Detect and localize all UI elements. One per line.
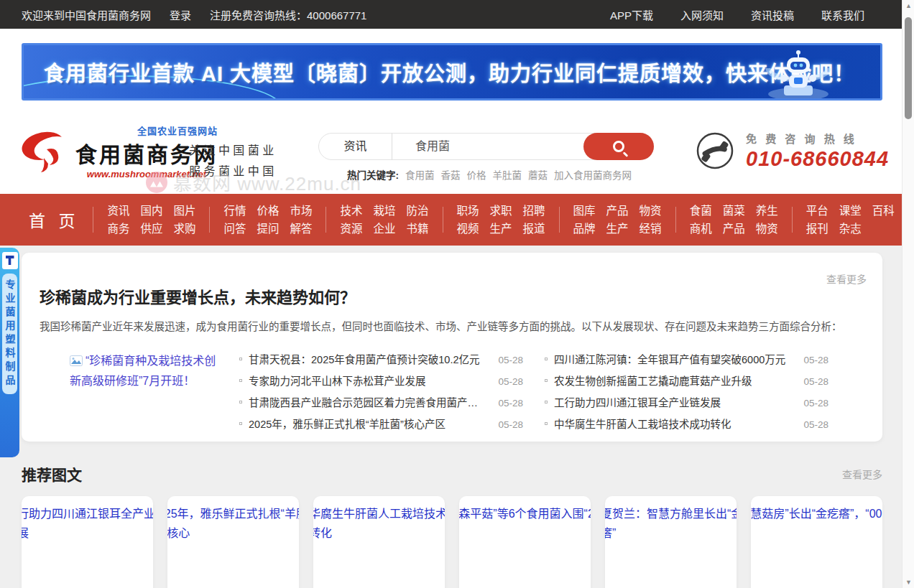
nav-item[interactable]: 解答 <box>290 222 312 236</box>
featured-course-link[interactable]: “珍稀菌育种及栽培技术创新高级研修班”7月开班！ <box>70 351 218 437</box>
nav-item[interactable]: 招聘 <box>523 204 545 218</box>
content-area: 查看更多 珍稀菌成为行业重要增长点，未来趋势如何？ 我国珍稀菌产业近年来发展迅速… <box>0 246 902 588</box>
nav-item[interactable]: 市场 <box>290 204 312 218</box>
nav-item[interactable]: 杂志 <box>839 222 862 236</box>
nav-item[interactable]: 百科 <box>872 204 895 218</box>
nav-divider <box>559 207 560 233</box>
nav-item[interactable]: 问答 <box>223 222 246 236</box>
news-date: 05-28 <box>498 398 523 409</box>
side-ad-widget[interactable]: 专业菌用塑料制品 <box>0 248 19 457</box>
hot-keyword[interactable]: 价格 <box>467 167 486 182</box>
nav-item[interactable]: 书籍 <box>407 222 429 236</box>
news-item[interactable]: 甘肃天祝县：2025年食用菌产值预计突破10.2亿元 05-28 <box>239 351 523 366</box>
recommended-card[interactable]: 宁夏贺兰：智慧方舱里长出“金疙瘩” <box>605 496 737 588</box>
nav-item[interactable]: 养生 <box>756 204 778 218</box>
news-item[interactable]: 工行助力四川通江银耳全产业链发展 05-28 <box>545 394 828 409</box>
scroll-down-arrow-icon[interactable]: ▼ <box>903 577 914 588</box>
nav-item[interactable]: 资源 <box>340 222 362 236</box>
hot-keywords: 热门关键字: 食用菌 香菇 价格 羊肚菌 蘑菇 加入食用菌商务网 <box>347 167 632 182</box>
nav-item[interactable]: 行情 <box>223 204 246 218</box>
nav-item[interactable]: 生产 <box>606 222 629 236</box>
recommended-card[interactable]: “泽森平菇”等6个食用菌入围“202 <box>459 496 591 588</box>
nav-item[interactable]: 生产 <box>490 222 512 236</box>
news-item[interactable]: 专家助力河北平山林下赤松茸产业发展 05-28 <box>239 373 523 388</box>
nav-item[interactable]: 防治 <box>407 204 429 218</box>
page: 欢迎来到中国食用菌商务网 登录 注册免费咨询热线：4000667771 APP下… <box>0 0 902 588</box>
nav-item[interactable]: 提问 <box>257 222 279 236</box>
side-ad-logo-icon <box>2 252 18 269</box>
nav-group-zhichang: 职场 求职 招聘 视频 生产 报道 <box>457 204 545 236</box>
nav-item[interactable]: 产品 <box>723 222 745 236</box>
hot-keyword[interactable]: 蘑菇 <box>528 167 548 182</box>
nav-item[interactable]: 报刊 <box>806 222 828 236</box>
nav-item[interactable]: 课堂 <box>839 204 862 218</box>
view-more-link[interactable]: 查看更多 <box>842 467 882 481</box>
nav-item[interactable]: 企业 <box>374 222 396 236</box>
hotline-label: 免 费 咨 询 热 线 <box>746 131 889 146</box>
recommended-header: 推荐图文 查看更多 <box>22 463 882 485</box>
nav-home[interactable]: 首 页 <box>29 207 79 232</box>
news-date: 05-28 <box>498 419 523 430</box>
nav-item[interactable]: 技术 <box>340 204 362 218</box>
nav-item[interactable]: 视频 <box>457 222 479 236</box>
search-input[interactable] <box>392 140 583 153</box>
recommended-card[interactable]: 2025年，雅乐鲜正式扎根“羊肚菌”核心 <box>167 496 299 588</box>
news-submit-link[interactable]: 资讯投稿 <box>751 7 794 22</box>
nav-item[interactable]: 商机 <box>690 222 712 236</box>
network-notice-link[interactable]: 入网须知 <box>680 7 724 22</box>
nav-item[interactable]: 职场 <box>457 204 479 218</box>
hot-keyword[interactable]: 羊肚菌 <box>493 167 522 182</box>
nav-item[interactable]: 求购 <box>173 222 195 236</box>
nav-item[interactable]: 国内 <box>140 204 162 218</box>
nav-item[interactable]: 品牌 <box>573 222 596 236</box>
logo-mark-icon <box>18 128 71 175</box>
nav-item[interactable]: 图片 <box>173 204 195 218</box>
nav-item[interactable]: 价格 <box>257 204 279 218</box>
hot-keywords-label: 热门关键字: <box>347 167 399 182</box>
nav-item[interactable]: 求职 <box>490 204 512 218</box>
news-item[interactable]: 甘肃陇西县产业融合示范园区着力完善食用菌产业链条 05-28 <box>239 394 523 409</box>
hot-keyword[interactable]: 加入食用菌商务网 <box>554 167 632 182</box>
nav-item[interactable]: 图库 <box>573 204 596 218</box>
slogan: 关 注 中 国 菌 业 服 务 菌 业 中 国 <box>189 140 274 182</box>
scrollbar-thumb[interactable] <box>905 17 912 119</box>
nav-item[interactable]: 产品 <box>606 204 629 218</box>
nav-item[interactable]: 菌菜 <box>723 204 745 218</box>
search-button[interactable] <box>583 133 654 160</box>
recommended-card[interactable]: 工行助力四川通江银耳全产业链发展 <box>22 496 153 588</box>
news-item[interactable]: 中华腐生牛肝菌人工栽培技术成功转化 05-28 <box>545 416 828 431</box>
app-download-link[interactable]: APP下载 <box>610 7 653 22</box>
recommended-cards: 工行助力四川通江银耳全产业链发展 2025年，雅乐鲜正式扎根“羊肚菌”核心 中华… <box>22 496 882 588</box>
login-link[interactable]: 登录 <box>170 7 191 22</box>
nav-item[interactable]: 平台 <box>806 204 828 218</box>
recommended-card[interactable]: 中华腐生牛肝菌人工栽培技术成功转化 <box>313 496 445 588</box>
hot-keyword[interactable]: 香菇 <box>441 167 461 182</box>
news-item[interactable]: 农发生物创新摇菌工艺撬动鹿茸菇产业升级 05-28 <box>545 373 828 388</box>
featured-title[interactable]: 珍稀菌成为行业重要增长点，未来趋势如何？ <box>22 253 882 307</box>
recommended-heading: 推荐图文 <box>22 463 82 485</box>
nav-item[interactable]: 报道 <box>523 222 545 236</box>
site-logo[interactable]: 全国农业百强网站 食用菌商务网 www.mushroommarket.net <box>18 123 218 179</box>
nav-item[interactable]: 物资 <box>756 222 778 236</box>
news-date: 05-28 <box>498 355 523 365</box>
news-lists: “珍稀菌育种及栽培技术创新高级研修班”7月开班！ 甘肃天祝县：2025年食用菌产… <box>22 351 882 437</box>
site-header: 全国农业百强网站 食用菌商务网 www.mushroommarket.net 关… <box>0 101 902 194</box>
recommended-card[interactable]: “智慧菇房”长出“金疙瘩”，“00后” <box>751 496 882 588</box>
nav-item[interactable]: 物资 <box>640 204 662 218</box>
nav-item[interactable]: 资讯 <box>107 204 129 218</box>
news-item[interactable]: 四川通江陈河镇：全年银耳产值有望突破6000万元 05-28 <box>545 351 828 366</box>
nav-item[interactable]: 供应 <box>140 222 162 236</box>
nav-item[interactable]: 经销 <box>640 222 662 236</box>
hot-keyword[interactable]: 食用菌 <box>405 167 435 182</box>
scrollbar[interactable]: ▲ ▼ <box>902 0 914 588</box>
contact-us-link[interactable]: 联系我们 <box>821 7 864 22</box>
news-item[interactable]: 2025年，雅乐鲜正式扎根“羊肚菌”核心产区 05-28 <box>239 416 523 431</box>
view-more-link[interactable]: 查看更多 <box>826 271 867 286</box>
scroll-up-arrow-icon[interactable]: ▲ <box>903 0 914 11</box>
nav-item[interactable]: 食菌 <box>690 204 712 218</box>
ai-promo-banner[interactable]: 食用菌行业首款 AI 大模型〔晓菌〕开放公测，助力行业同仁提质增效，快来体验吧！ <box>22 43 882 101</box>
nav-group-pingtai: 平台 课堂 百科 报刊 杂志 <box>806 204 895 236</box>
nav-item[interactable]: 商务 <box>107 222 129 236</box>
search-category-select[interactable]: 资讯 <box>319 134 392 159</box>
nav-item[interactable]: 栽培 <box>374 204 396 218</box>
